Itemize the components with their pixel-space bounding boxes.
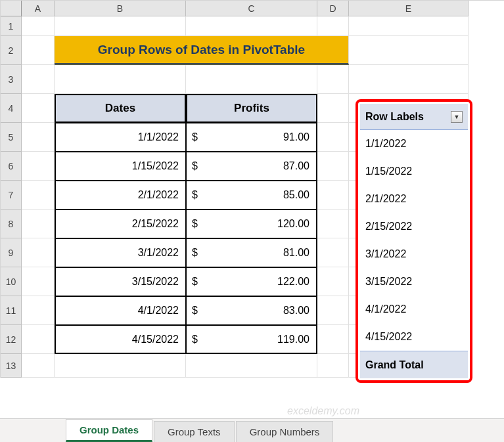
cell[interactable] [22, 267, 55, 296]
cell[interactable] [22, 181, 55, 210]
sheet-tab[interactable]: Group Numbers [236, 421, 334, 442]
table-cell-profit[interactable]: $87.00 [186, 152, 317, 181]
row-header[interactable]: 10 [1, 267, 22, 296]
pivot-table-highlight: Row Labels ▼ 1/1/2022 1/15/2022 2/1/2022… [355, 99, 472, 383]
row-header[interactable]: 12 [1, 325, 22, 354]
table-cell-profit[interactable]: $120.00 [186, 210, 317, 238]
row-header[interactable]: 1 [1, 16, 22, 36]
table-cell-date[interactable]: 3/1/2022 [55, 238, 186, 267]
sheet-tabs: Group Dates Group Texts Group Numbers [0, 418, 504, 442]
table-header-profits[interactable]: Profits [186, 94, 317, 123]
cell[interactable] [317, 238, 349, 267]
table-cell-profit[interactable]: $119.00 [186, 325, 317, 354]
col-header-a[interactable]: A [22, 1, 55, 16]
pivot-grand-total[interactable]: Grand Total [360, 351, 468, 378]
cell[interactable] [22, 296, 55, 325]
cell[interactable] [22, 152, 55, 181]
cell[interactable] [22, 325, 55, 354]
table-cell-profit[interactable]: $91.00 [186, 123, 317, 152]
pivot-row[interactable]: 4/1/2022 [360, 296, 468, 323]
cell[interactable] [317, 354, 349, 378]
row-header[interactable]: 8 [1, 210, 22, 238]
row-header[interactable]: 13 [1, 354, 22, 378]
row-header[interactable]: 9 [1, 238, 22, 267]
select-all-corner[interactable] [1, 1, 22, 16]
cell[interactable] [317, 181, 349, 210]
cell[interactable] [349, 16, 469, 36]
table-cell-date[interactable]: 2/1/2022 [55, 181, 186, 210]
cell[interactable] [22, 210, 55, 238]
cell[interactable] [317, 123, 349, 152]
col-header-d[interactable]: D [317, 1, 349, 16]
sheet-tab-active[interactable]: Group Dates [66, 419, 152, 442]
cell[interactable] [317, 94, 349, 123]
table-cell-date[interactable]: 1/1/2022 [55, 123, 186, 152]
cell[interactable] [55, 16, 186, 36]
table-cell-profit[interactable]: $85.00 [186, 181, 317, 210]
pivot-row[interactable]: 2/1/2022 [360, 185, 468, 213]
row-header[interactable]: 5 [1, 123, 22, 152]
cell[interactable] [186, 16, 317, 36]
pivot-row[interactable]: 3/15/2022 [360, 268, 468, 296]
cell[interactable] [22, 94, 55, 123]
col-header-e[interactable]: E [349, 1, 469, 16]
cell[interactable] [317, 296, 349, 325]
col-header-b[interactable]: B [55, 1, 186, 16]
col-header-c[interactable]: C [186, 1, 317, 16]
cell[interactable] [317, 16, 349, 36]
cell[interactable] [186, 65, 317, 94]
page-title: Group Rows of Dates in PivotTable [55, 36, 349, 65]
cell[interactable] [317, 152, 349, 181]
pivot-row[interactable]: 3/1/2022 [360, 240, 468, 268]
pivot-row[interactable]: 1/15/2022 [360, 158, 468, 185]
pivot-header-label: Row Labels [365, 111, 424, 123]
row-header[interactable]: 11 [1, 296, 22, 325]
cell[interactable] [22, 123, 55, 152]
pivot-row[interactable]: 4/15/2022 [360, 323, 468, 351]
table-cell-date[interactable]: 1/15/2022 [55, 152, 186, 181]
cell[interactable] [22, 16, 55, 36]
cell[interactable] [186, 354, 317, 378]
table-cell-date[interactable]: 3/15/2022 [55, 267, 186, 296]
cell[interactable] [349, 36, 469, 65]
sheet-tab[interactable]: Group Texts [154, 421, 235, 442]
filter-dropdown-button[interactable]: ▼ [451, 111, 463, 123]
cell[interactable] [317, 210, 349, 238]
cell[interactable] [349, 65, 469, 94]
table-cell-date[interactable]: 4/15/2022 [55, 325, 186, 354]
cell[interactable] [22, 65, 55, 94]
table-cell-date[interactable]: 2/15/2022 [55, 210, 186, 238]
table-cell-profit[interactable]: $122.00 [186, 267, 317, 296]
table-header-dates[interactable]: Dates [55, 94, 186, 123]
watermark: exceldemy.com [287, 405, 359, 417]
cell[interactable] [22, 36, 55, 65]
pivot-header[interactable]: Row Labels ▼ [360, 104, 468, 130]
cell[interactable] [55, 354, 186, 378]
row-header[interactable]: 6 [1, 152, 22, 181]
row-header[interactable]: 2 [1, 36, 22, 65]
table-cell-profit[interactable]: $81.00 [186, 238, 317, 267]
cell[interactable] [317, 267, 349, 296]
row-header[interactable]: 7 [1, 181, 22, 210]
row-header[interactable]: 4 [1, 94, 22, 123]
table-cell-date[interactable]: 4/1/2022 [55, 296, 186, 325]
cell[interactable] [22, 238, 55, 267]
pivot-row[interactable]: 2/15/2022 [360, 213, 468, 240]
cell[interactable] [317, 65, 349, 94]
cell[interactable] [317, 325, 349, 354]
cell[interactable] [55, 65, 186, 94]
row-header[interactable]: 3 [1, 65, 22, 94]
table-cell-profit[interactable]: $83.00 [186, 296, 317, 325]
cell[interactable] [22, 354, 55, 378]
pivot-row[interactable]: 1/1/2022 [360, 130, 468, 158]
